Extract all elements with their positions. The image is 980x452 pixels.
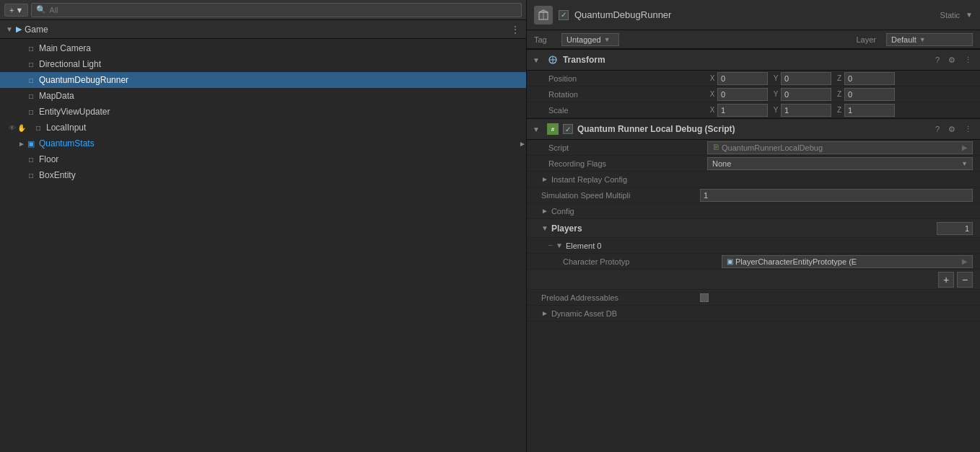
list-item[interactable]: □ MapData [0,88,526,104]
add-button[interactable]: + ▼ [4,4,28,17]
list-item[interactable]: □ Floor [0,151,526,167]
preload-label: Preload Addressables [541,293,700,302]
preload-checkbox[interactable] [700,293,709,302]
ry-axis-label: Y [771,90,781,98]
sim-speed-input[interactable] [700,189,973,202]
rotation-row: Rotation X Y Z [527,87,980,102]
transform-title: Transform [563,55,929,65]
hierarchy-title: ▼ ▶ Game [6,25,48,35]
script-header[interactable]: ▼ # ✓ Quantum Runner Local Debug (Script… [527,118,980,140]
list-item[interactable]: □ EntityViewUpdater [0,104,526,120]
cube-blue-icon: ▣ [26,138,36,149]
tag-chevron-icon: ▼ [604,36,611,43]
recording-flags-label: Recording Flags [548,159,707,168]
cube-icon: □ [26,107,36,117]
layer-label: Layer [856,35,876,44]
hierarchy-menu-button[interactable]: ⋮ [510,24,520,35]
list-item[interactable]: 👁 ✋ □ LocalInput [0,120,526,136]
position-z-input[interactable] [844,72,895,85]
sy-axis-label: Y [771,106,781,114]
item-label: QuantumStats [39,138,95,149]
expand-arrow-icon[interactable]: ► [17,140,26,148]
chevron-right-icon: ► [519,140,526,148]
sx-axis-label: X [707,106,717,114]
element-collapse-icon: ▼ [556,241,563,249]
tag-dropdown[interactable]: Untagged ▼ [561,33,619,46]
scale-y-input[interactable] [781,104,831,117]
layer-value: Default [891,35,916,44]
sz-axis-label: Z [834,106,844,114]
object-3d-icon [534,6,553,25]
tag-layer-row: Tag Untagged ▼ Layer Default ▼ [527,30,980,49]
tag-label: Tag [534,35,556,44]
rotation-x-input[interactable] [717,88,768,101]
list-item[interactable]: ► ▣ QuantumStats ► [0,136,526,151]
active-checkbox[interactable]: ✓ [559,10,569,20]
transform-menu-button[interactable]: ⋮ [962,54,974,66]
transform-section: ▼ Transform ? ⚙ ⋮ Position X Y Z [527,49,980,118]
list-item[interactable]: □ Main Camera [0,40,526,56]
script-value-field: 🖹 QuantumRunnerLocalDebug ▶ [707,141,973,154]
cube-icon: □ [33,123,43,133]
tag-value: Untagged [566,35,601,44]
list-item[interactable]: □ BoxEntity [0,167,526,183]
transform-header[interactable]: ▼ Transform ? ⚙ ⋮ [527,49,980,71]
rotation-y-input[interactable] [781,88,831,101]
transform-collapse-icon: ▼ [533,56,540,64]
recording-flags-dropdown[interactable]: None ▼ [707,157,973,170]
add-element-button[interactable]: + [938,272,954,288]
layer-dropdown[interactable]: Default ▼ [886,33,973,46]
layer-chevron-icon: ▼ [919,36,926,43]
rotation-z-input[interactable] [844,88,895,101]
item-label: EntityViewUpdater [39,107,110,117]
sim-speed-label: Simulation Speed Multipli [541,191,700,200]
item-label: Main Camera [39,43,91,53]
position-y-input[interactable] [781,72,831,85]
dynamic-asset-row[interactable]: ► Dynamic Asset DB [527,306,980,322]
script-property-row: Script 🖹 QuantumRunnerLocalDebug ▶ [527,140,980,156]
cube-icon: □ [26,154,36,164]
transform-icon [547,54,559,66]
proto-icon: ▣ [727,257,733,265]
static-dropdown[interactable]: ▼ [966,11,973,19]
search-input[interactable] [49,6,517,14]
config-row[interactable]: ► Config [527,203,980,219]
script-file-icon: 🖹 [712,143,719,151]
script-help-button[interactable]: ? [933,123,942,135]
script-menu-button[interactable]: ⋮ [962,123,974,136]
scale-x-input[interactable] [717,104,768,117]
script-component: ▼ # ✓ Quantum Runner Local Debug (Script… [527,118,980,322]
instant-replay-row[interactable]: ► Instant Replay Config [527,172,980,187]
eye-icon: 👁 [9,124,16,132]
recording-flags-row: Recording Flags None ▼ [527,156,980,172]
transform-help-button[interactable]: ? [933,54,942,66]
players-count-input[interactable] [937,222,973,235]
proto-target-icon: ▶ [962,257,968,265]
transform-settings-button[interactable]: ⚙ [946,54,958,66]
list-item[interactable]: □ QuantumDebugRunner [0,72,526,88]
expand-arrow-game[interactable]: ▼ [6,25,13,33]
script-prop-label: Script [548,143,707,152]
char-proto-value: PlayerCharacterEntityPrototype (E [735,257,962,266]
scale-z-input[interactable] [844,104,895,117]
dynamic-asset-expand-icon: ► [541,309,548,317]
position-x-input[interactable] [717,72,768,85]
remove-element-button[interactable]: − [957,272,973,288]
script-settings-button[interactable]: ⚙ [946,123,958,136]
recording-flags-chevron-icon: ▼ [961,160,968,167]
cube-icon: □ [26,91,36,101]
game-cube-icon: ▶ [16,25,22,34]
position-values: X Y Z [707,72,973,85]
script-active-checkbox[interactable]: ✓ [563,124,573,134]
cube-icon: □ [26,43,36,53]
item-label: Directional Light [39,59,101,69]
position-row: Position X Y Z [527,71,980,87]
hierarchy-header: ▼ ▶ Game ⋮ [0,20,526,39]
cube-icon: □ [26,170,36,180]
script-title: Quantum Runner Local Debug (Script) [577,124,929,134]
char-proto-field: ▣ PlayerCharacterEntityPrototype (E ▶ [722,255,973,268]
cube-icon: □ [26,59,36,69]
list-item[interactable]: □ Directional Light [0,56,526,72]
x-axis-label: X [707,74,717,82]
add-remove-row: + − [527,270,980,290]
